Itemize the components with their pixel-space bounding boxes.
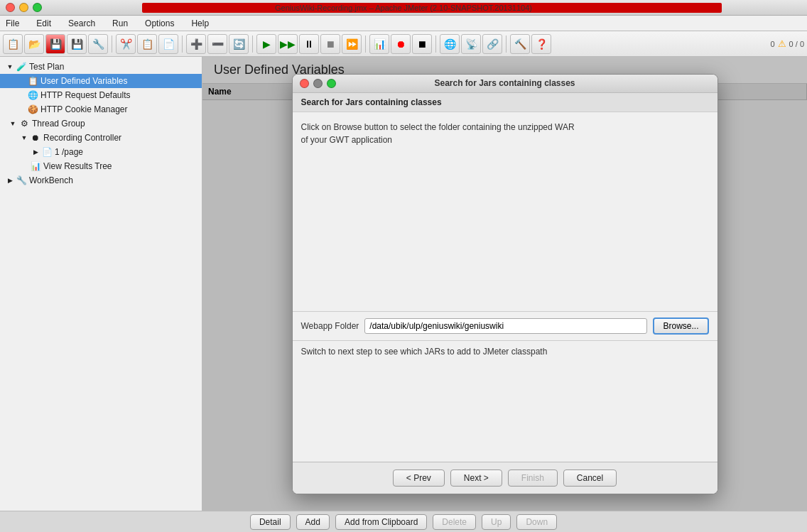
window-title: GeniusWiki-Recording.jmx – Apache JMeter…: [275, 4, 532, 12]
dialog-spacer: [293, 362, 717, 462]
dialog-window-controls[interactable]: [300, 79, 336, 88]
separator-5: [435, 36, 436, 53]
separator-4: [365, 36, 366, 53]
add-button[interactable]: Add: [296, 514, 330, 530]
toolbar: 📋 📂 💾 💾 🔧 ✂️ 📋 📄 ➕ ➖ 🔄 ▶ ▶▶ ⏸ ⏹ ⏩ 📊 ⏺ ⏹ …: [0, 31, 807, 57]
test-plan-label: Test Plan: [29, 62, 64, 72]
toolbar-cut[interactable]: ✂️: [116, 34, 136, 54]
toolbar-save[interactable]: 💾: [67, 34, 87, 54]
delete-button[interactable]: Delete: [433, 514, 476, 530]
menu-edit[interactable]: Edit: [33, 17, 54, 30]
sidebar-item-recording-controller[interactable]: ▼ ⏺ Recording Controller: [0, 131, 202, 145]
menu-search[interactable]: Search: [65, 17, 98, 30]
toolbar-run[interactable]: ▶: [256, 34, 276, 54]
maximize-button[interactable]: [33, 3, 42, 12]
dialog-close-button[interactable]: [300, 79, 309, 88]
toolbar-pause[interactable]: ⏸: [299, 34, 319, 54]
tg-label: Thread Group: [32, 119, 85, 129]
toolbar-remove[interactable]: ➖: [207, 34, 227, 54]
toolbar-plugin[interactable]: 🔨: [510, 34, 530, 54]
minimize-button[interactable]: [19, 3, 28, 12]
close-button[interactable]: [6, 3, 15, 12]
dialog-footer: < Prev Next > Finish Cancel: [293, 462, 717, 494]
sidebar-item-workbench[interactable]: ▶ 🔧 WorkBench: [0, 173, 202, 188]
window-controls[interactable]: [0, 3, 42, 12]
vrt-label: View Results Tree: [43, 161, 112, 171]
bottom-bar: Detail Add Add from Clipboard Delete Up …: [0, 511, 807, 532]
toolbar-remote3[interactable]: 🔗: [482, 34, 502, 54]
dialog-desc-line2: of your GWT application: [301, 135, 393, 145]
cancel-button[interactable]: Cancel: [563, 469, 617, 487]
content-area: User Defined Variables Name Value Descri…: [202, 57, 807, 511]
sidebar-item-test-plan[interactable]: ▼ 🧪 Test Plan: [0, 60, 202, 74]
toolbar-stop[interactable]: ⏹: [320, 34, 340, 54]
toolbar-refresh[interactable]: 🔄: [229, 34, 249, 54]
toolbar-remote2[interactable]: 📡: [461, 34, 481, 54]
rc-icon: ⏺: [30, 132, 41, 143]
toolbar-record[interactable]: ⏺: [391, 34, 411, 54]
hrd-label: HTTP Request Defaults: [40, 90, 131, 100]
tree-arrow-hcm: [17, 105, 26, 114]
toolbar-open[interactable]: 📂: [24, 34, 44, 54]
dialog-max-button[interactable]: [327, 79, 336, 88]
add-from-clipboard-button[interactable]: Add from Clipboard: [335, 514, 427, 530]
toolbar-save-all[interactable]: 💾: [45, 34, 65, 54]
sidebar-item-http-request-defaults[interactable]: 🌐 HTTP Request Defaults: [0, 88, 202, 102]
down-button[interactable]: Down: [516, 514, 557, 530]
sidebar-item-http-cookie-manager[interactable]: 🍪 HTTP Cookie Manager: [0, 102, 202, 116]
menu-options[interactable]: Options: [142, 17, 177, 30]
tree-arrow-vrt: [20, 162, 28, 170]
dialog-content: Click on Browse button to select the fol…: [293, 112, 717, 311]
toolbar-chart[interactable]: 📊: [369, 34, 389, 54]
separator-6: [506, 36, 507, 53]
dialog-description: Click on Browse button to select the fol…: [301, 121, 709, 146]
toolbar-stop2[interactable]: ⏹: [412, 34, 432, 54]
warning-icon: ⚠: [778, 38, 786, 49]
vrt-icon: 📊: [30, 161, 41, 172]
dialog-min-button: [313, 79, 323, 88]
toolbar-run-all[interactable]: ▶▶: [278, 34, 298, 54]
tree-arrow-wb: ▶: [6, 176, 14, 185]
browse-button[interactable]: Browse...: [653, 317, 708, 335]
toolbar-remote[interactable]: 🌐: [440, 34, 460, 54]
separator-3: [252, 36, 253, 53]
main-area: ▼ 🧪 Test Plan 📋 User Defined Variables 🌐…: [0, 57, 807, 511]
toolbar-new[interactable]: 📋: [3, 34, 23, 54]
rc-label: Recording Controller: [43, 133, 121, 143]
title-bar: GeniusWiki-Recording.jmx – Apache JMeter…: [0, 0, 807, 16]
up-button[interactable]: Up: [482, 514, 511, 530]
toolbar-status: 0 ⚠ 0 / 0: [770, 38, 804, 49]
sidebar-item-thread-group[interactable]: ▼ ⚙ Thread Group: [0, 116, 202, 131]
dialog-body: Search for Jars containing classes Click…: [293, 93, 717, 462]
prev-button[interactable]: < Prev: [393, 469, 445, 487]
dialog-info-text: Switch to next step to see which JARs to…: [293, 340, 717, 362]
toolbar-settings[interactable]: 🔧: [88, 34, 108, 54]
toolbar-add[interactable]: ➕: [186, 34, 206, 54]
error-count: 0: [770, 40, 774, 48]
toolbar-copy[interactable]: 📋: [137, 34, 157, 54]
menu-run[interactable]: Run: [109, 17, 131, 30]
finish-button[interactable]: Finish: [508, 469, 558, 487]
dialog-desc-line1: Click on Browse button to select the fol…: [301, 122, 575, 132]
sidebar-item-user-defined-variables[interactable]: 📋 User Defined Variables: [0, 74, 202, 88]
sidebar-item-1-page[interactable]: ▶ 📄 1 /page: [0, 145, 202, 159]
next-button[interactable]: Next >: [450, 469, 502, 487]
sidebar-item-view-results-tree[interactable]: 📊 View Results Tree: [0, 159, 202, 173]
toolbar-paste[interactable]: 📄: [158, 34, 178, 54]
dialog-folder-row: Webapp Folder Browse...: [293, 311, 717, 340]
folder-input[interactable]: [364, 318, 647, 334]
tree-arrow-hrd: [17, 91, 26, 99]
folder-label: Webapp Folder: [301, 321, 359, 331]
menu-bar: File Edit Search Run Options Help: [0, 16, 807, 31]
dialog-title-bar: Search for Jars containing classes: [293, 75, 717, 93]
toolbar-fast-forward[interactable]: ⏩: [342, 34, 362, 54]
hcm-label: HTTP Cookie Manager: [40, 104, 128, 114]
tree-arrow-tg: ▼: [9, 119, 17, 128]
1page-label: 1 /page: [55, 147, 83, 157]
toolbar-help[interactable]: ❓: [531, 34, 551, 54]
separator-1: [112, 36, 112, 53]
menu-help[interactable]: Help: [188, 17, 212, 30]
detail-button[interactable]: Detail: [250, 514, 291, 530]
menu-file[interactable]: File: [3, 17, 22, 30]
dialog-subtitle: Search for Jars containing classes: [293, 93, 717, 112]
